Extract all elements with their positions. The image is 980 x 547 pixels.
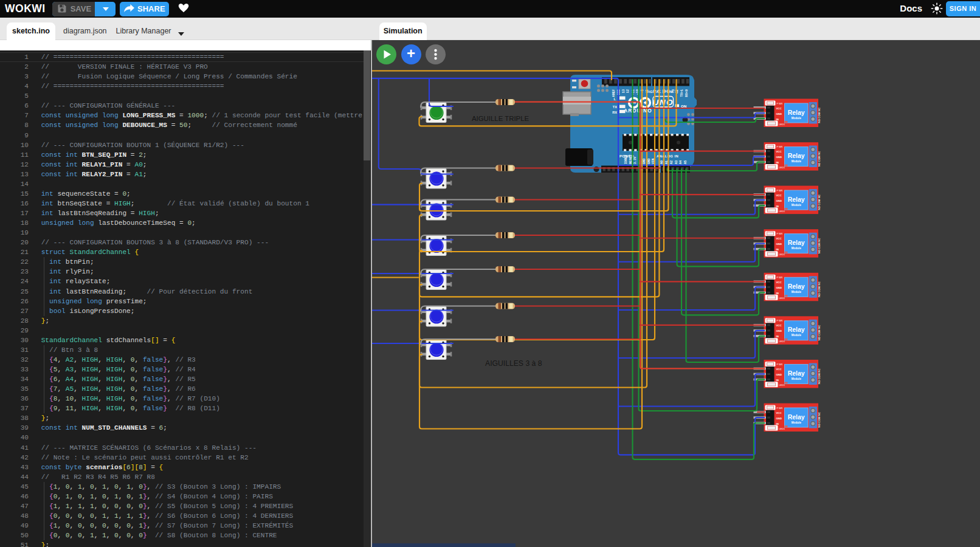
svg-text:Module: Module: [792, 247, 802, 250]
svg-text:A2: A2: [670, 160, 674, 164]
svg-text:13: 13: [622, 89, 626, 93]
svg-text:VCC: VCC: [776, 368, 782, 371]
svg-text:P WR: P WR: [777, 277, 783, 279]
svg-text:IN: IN: [776, 335, 779, 339]
svg-text:NO COM NC: NO COM NC: [818, 411, 821, 427]
svg-text:Relay: Relay: [788, 370, 805, 377]
svg-text:NO COM NC: NO COM NC: [818, 325, 821, 340]
svg-text:P WR: P WR: [777, 103, 783, 105]
svg-text:A3: A3: [675, 160, 678, 164]
svg-text:LED1: LED1: [779, 384, 785, 387]
svg-text:VCC: VCC: [776, 107, 782, 110]
svg-text:NO COM NC: NO COM NC: [818, 107, 821, 123]
svg-text:Module: Module: [792, 421, 802, 424]
svg-text:Module: Module: [792, 117, 802, 120]
svg-text:P WR: P WR: [777, 146, 783, 148]
svg-text:Relay: Relay: [788, 413, 805, 421]
svg-text:IOREF: IOREF: [624, 154, 628, 164]
svg-text:GND: GND: [776, 417, 782, 420]
svg-text:Module: Module: [792, 291, 802, 294]
svg-text:NO COM NC: NO COM NC: [818, 281, 821, 297]
svg-text:GND: GND: [776, 199, 782, 202]
svg-text:NO COM NC: NO COM NC: [818, 368, 821, 384]
svg-text:IN: IN: [776, 205, 779, 208]
svg-text:UNO: UNO: [653, 98, 674, 107]
svg-text:LED1: LED1: [779, 253, 785, 256]
svg-text:AIGUILLES 3 à 8: AIGUILLES 3 à 8: [485, 359, 542, 368]
svg-text:IN: IN: [776, 248, 779, 251]
svg-text:A4: A4: [679, 160, 683, 164]
svg-text:P WR: P WR: [777, 190, 783, 192]
svg-text:LED1: LED1: [779, 340, 785, 343]
svg-text:Relay: Relay: [788, 109, 805, 116]
svg-text:L: L: [614, 97, 616, 101]
svg-text:Module: Module: [792, 377, 802, 380]
svg-text:3.3V: 3.3V: [633, 156, 637, 164]
svg-text:Relay: Relay: [788, 326, 805, 333]
svg-text:IN: IN: [776, 379, 779, 382]
svg-text:VCC: VCC: [776, 281, 782, 284]
svg-text:~3: ~3: [672, 89, 675, 93]
svg-text:TX>1: TX>1: [680, 89, 684, 97]
svg-text:RX<0: RX<0: [685, 89, 689, 97]
svg-text:IN: IN: [776, 292, 779, 295]
svg-text:P WR: P WR: [777, 320, 783, 322]
svg-text:P WR: P WR: [777, 407, 783, 410]
svg-text:Relay: Relay: [788, 283, 805, 290]
svg-text:GND: GND: [647, 159, 651, 164]
svg-text:LED1: LED1: [779, 297, 785, 300]
svg-text:LED1: LED1: [779, 428, 785, 430]
svg-text:VCC: VCC: [776, 150, 782, 153]
svg-text:P WR: P WR: [777, 233, 783, 235]
svg-text:Module: Module: [792, 204, 802, 207]
svg-text:VCC: VCC: [776, 411, 782, 415]
svg-text:IN: IN: [776, 118, 779, 121]
svg-text:GND: GND: [776, 243, 782, 246]
svg-text:AIGUILLE TRIPLE: AIGUILLE TRIPLE: [472, 115, 530, 122]
svg-text:Relay: Relay: [788, 152, 805, 159]
svg-text:GND: GND: [776, 286, 782, 289]
svg-text:P WR: P WR: [777, 363, 783, 366]
svg-text:Relay: Relay: [788, 239, 805, 246]
svg-text:Module: Module: [792, 334, 802, 337]
svg-text:AREF: AREF: [612, 89, 616, 97]
svg-text:A5: A5: [684, 160, 688, 164]
svg-text:VCC: VCC: [776, 194, 782, 197]
svg-text:NO COM NC: NO COM NC: [818, 238, 821, 253]
svg-text:GND: GND: [643, 159, 646, 164]
svg-text:VCC: VCC: [776, 237, 782, 240]
svg-text:GND: GND: [776, 156, 782, 159]
svg-text:TX: TX: [613, 105, 617, 109]
svg-text:12: 12: [626, 89, 630, 93]
svg-text:LED1: LED1: [779, 210, 785, 213]
svg-text:VCC: VCC: [776, 325, 782, 328]
svg-text:GND: GND: [776, 112, 782, 115]
svg-text:NO COM NC: NO COM NC: [818, 151, 821, 167]
svg-text:ON: ON: [681, 104, 687, 108]
svg-text:GND: GND: [776, 373, 782, 376]
svg-text:IN: IN: [776, 422, 779, 425]
svg-text:GND: GND: [776, 330, 782, 333]
svg-text:NO COM NC: NO COM NC: [818, 194, 821, 210]
svg-text:LED1: LED1: [779, 167, 785, 169]
svg-text:Module: Module: [792, 160, 802, 163]
svg-text:IN: IN: [776, 161, 779, 164]
svg-text:Relay: Relay: [788, 196, 805, 203]
svg-text:LED1: LED1: [779, 123, 785, 126]
svg-text:RX: RX: [612, 111, 617, 114]
